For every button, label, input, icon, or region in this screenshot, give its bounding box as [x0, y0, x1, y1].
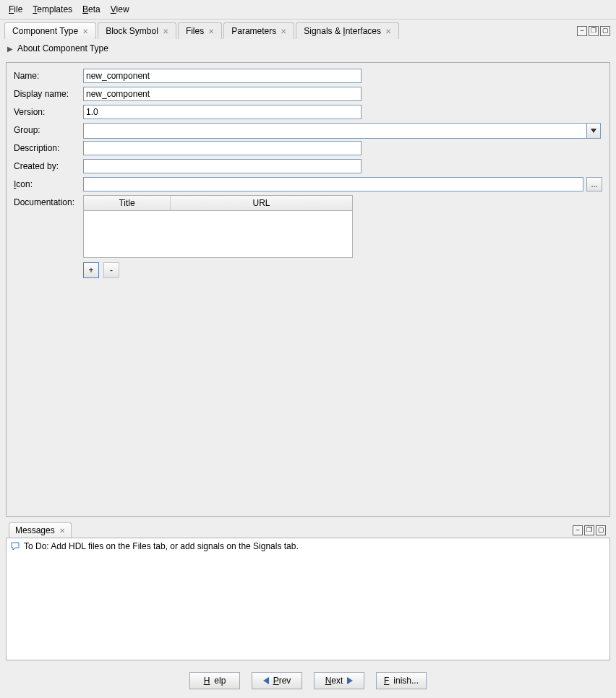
- group-combo-input[interactable]: [83, 123, 586, 139]
- chevron-down-icon: [591, 129, 596, 133]
- documentation-label: Documentation:: [14, 195, 83, 207]
- tab-files[interactable]: Files ✕: [178, 22, 222, 39]
- window-controls: – ❐ ▢: [577, 26, 612, 36]
- section-header: ▶ About Component Type: [0, 39, 616, 58]
- tab-label: Parameters: [231, 26, 276, 36]
- close-icon[interactable]: ✕: [82, 27, 88, 35]
- version-label: Version:: [14, 105, 83, 117]
- documentation-table: Title URL: [83, 195, 353, 258]
- menu-templates[interactable]: Templates: [28, 3, 77, 16]
- created-by-input[interactable]: [83, 159, 362, 173]
- name-input[interactable]: [83, 69, 362, 83]
- next-button[interactable]: Next: [314, 672, 364, 689]
- tab-block-symbol[interactable]: Block Symbol ✕: [98, 22, 176, 39]
- triangle-right-icon: [347, 677, 353, 684]
- restore-button[interactable]: ❐: [589, 26, 599, 36]
- tab-signals-interfaces[interactable]: Signals & Interfaces ✕: [296, 22, 399, 39]
- tab-label: Signals & Interfaces: [304, 26, 381, 36]
- disclosure-icon[interactable]: ▶: [7, 45, 13, 53]
- tab-component-type[interactable]: Component Type ✕: [4, 22, 96, 39]
- minimize-button[interactable]: –: [573, 525, 583, 535]
- tabbar: Component Type ✕ Block Symbol ✕ Files ✕ …: [0, 20, 616, 39]
- name-label: Name:: [14, 69, 83, 81]
- close-icon[interactable]: ✕: [385, 27, 391, 35]
- menu-beta[interactable]: Beta: [78, 3, 105, 16]
- doc-remove-button[interactable]: -: [103, 262, 119, 278]
- display-name-label: Display name:: [14, 87, 83, 99]
- doc-add-button[interactable]: +: [83, 262, 99, 278]
- description-label: Description:: [14, 141, 83, 153]
- menubar: File Templates Beta View: [0, 0, 616, 20]
- section-title: About Component Type: [17, 43, 108, 53]
- doc-col-title[interactable]: Title: [84, 196, 171, 210]
- close-icon[interactable]: ✕: [208, 27, 214, 35]
- messages-panel[interactable]: To Do: Add HDL files on the Files tab, o…: [6, 538, 610, 660]
- menu-view[interactable]: View: [106, 3, 134, 16]
- icon-browse-button[interactable]: ...: [586, 177, 602, 191]
- help-button[interactable]: Help: [189, 672, 240, 689]
- group-label: Group:: [14, 123, 83, 135]
- description-input[interactable]: [83, 141, 362, 155]
- maximize-button[interactable]: ▢: [600, 26, 610, 36]
- message-item: To Do: Add HDL files on the Files tab, o…: [11, 541, 605, 551]
- message-text: To Do: Add HDL files on the Files tab, o…: [24, 541, 299, 551]
- finish-button[interactable]: Finish...: [376, 672, 427, 689]
- prev-button[interactable]: Prev: [252, 672, 302, 689]
- triangle-left-icon: [263, 677, 269, 684]
- doc-col-url[interactable]: URL: [171, 196, 352, 210]
- wizard-footer: Help Prev Next Finish...: [0, 665, 616, 698]
- tab-label: Block Symbol: [106, 26, 158, 36]
- info-icon: [11, 542, 21, 551]
- menu-file[interactable]: File: [4, 3, 27, 16]
- messages-window-controls: – ❐ ▢: [573, 525, 607, 535]
- documentation-table-body[interactable]: [84, 211, 352, 257]
- created-by-label: Created by:: [14, 159, 83, 171]
- restore-button[interactable]: ❐: [584, 525, 594, 535]
- tab-label: Component Type: [12, 26, 78, 36]
- maximize-button[interactable]: ▢: [596, 525, 606, 535]
- icon-input[interactable]: [83, 177, 583, 191]
- tab-label: Messages: [15, 525, 55, 535]
- close-icon[interactable]: ✕: [163, 27, 168, 35]
- tab-label: Files: [186, 26, 204, 36]
- tab-messages[interactable]: Messages ✕: [9, 522, 72, 538]
- component-form-panel: Name: Display name: Version: Group: Desc…: [6, 62, 610, 517]
- icon-label: Icon:: [14, 177, 83, 189]
- group-dropdown-button[interactable]: [586, 123, 601, 139]
- version-input[interactable]: [83, 105, 362, 119]
- minimize-button[interactable]: –: [577, 26, 587, 36]
- messages-section: Messages ✕ – ❐ ▢ To Do: Add HDL files on…: [6, 521, 610, 660]
- close-icon[interactable]: ✕: [281, 27, 286, 35]
- tab-parameters[interactable]: Parameters ✕: [223, 22, 294, 39]
- close-icon[interactable]: ✕: [59, 527, 65, 535]
- display-name-input[interactable]: [83, 87, 362, 101]
